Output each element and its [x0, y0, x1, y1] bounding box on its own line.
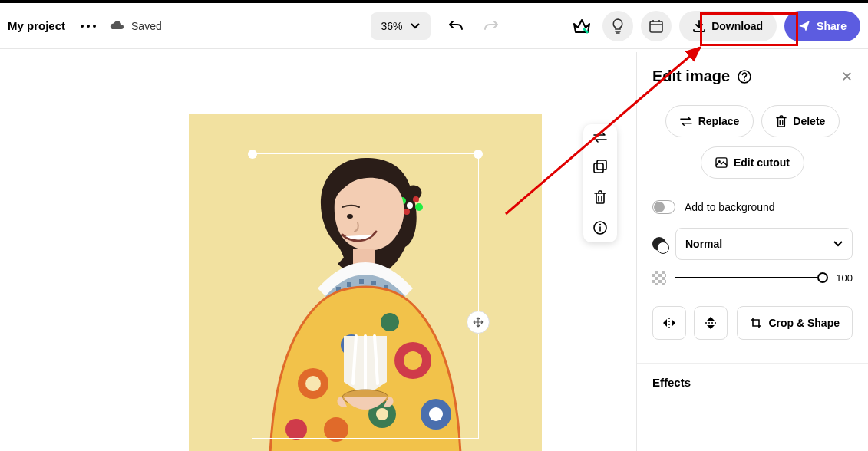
- svg-rect-36: [716, 158, 727, 167]
- canvas-area[interactable]: [0, 52, 635, 451]
- download-label: Download: [711, 20, 763, 32]
- flip-horizontal-icon: [662, 317, 676, 329]
- replace-button[interactable]: Replace: [665, 105, 754, 137]
- more-menu-button[interactable]: [81, 25, 96, 28]
- download-button[interactable]: Download: [679, 11, 777, 41]
- chevron-down-icon: [411, 23, 420, 29]
- blend-mode-icon: [652, 237, 666, 251]
- svg-point-35: [744, 79, 745, 81]
- flip-vertical-icon: [705, 316, 717, 330]
- calendar-icon: [649, 19, 663, 33]
- ideas-button[interactable]: [602, 11, 633, 41]
- zoom-value: 36%: [381, 20, 402, 32]
- move-icon: [473, 317, 484, 328]
- undo-button[interactable]: [449, 19, 464, 33]
- cloud-icon: [110, 21, 125, 31]
- resize-handle-tr[interactable]: [474, 150, 483, 159]
- replace-label: Replace: [698, 115, 740, 127]
- crop-shape-button[interactable]: Crop & Shape: [737, 306, 853, 340]
- opacity-value: 100: [833, 272, 853, 284]
- opacity-icon: [652, 271, 666, 285]
- svg-rect-0: [650, 21, 662, 32]
- add-to-background-label: Add to background: [685, 201, 775, 213]
- duplicate-button[interactable]: [593, 160, 607, 173]
- saved-label: Saved: [131, 20, 162, 32]
- swap-button[interactable]: [593, 132, 607, 143]
- edit-cutout-label: Edit cutout: [734, 156, 790, 169]
- send-icon: [798, 20, 810, 32]
- effects-section-title: Effects: [652, 376, 853, 389]
- artboard[interactable]: [189, 114, 542, 451]
- resize-handle-tl[interactable]: [248, 150, 257, 159]
- calendar-button[interactable]: [641, 11, 672, 41]
- crop-label: Crop & Shape: [768, 317, 840, 329]
- zoom-dropdown[interactable]: 36%: [370, 12, 430, 40]
- share-button[interactable]: Share: [784, 11, 860, 41]
- chevron-down-icon: [833, 241, 843, 247]
- opacity-slider[interactable]: [675, 277, 823, 278]
- delete-image-button[interactable]: Delete: [761, 105, 840, 137]
- edit-image-panel: Edit image ✕ Replace Delete Edit cutout …: [636, 52, 868, 451]
- flip-horizontal-button[interactable]: [652, 306, 686, 340]
- delete-button[interactable]: [594, 190, 606, 204]
- selection-box[interactable]: [252, 153, 479, 439]
- crop-icon: [750, 317, 762, 329]
- flip-vertical-button[interactable]: [694, 306, 728, 340]
- swap-icon: [680, 116, 692, 127]
- share-label: Share: [817, 20, 847, 32]
- image-icon: [715, 157, 728, 168]
- slider-knob[interactable]: [817, 272, 828, 283]
- top-bar: My project Saved 36%: [0, 3, 868, 49]
- svg-rect-30: [594, 163, 603, 173]
- redo-button[interactable]: [483, 19, 498, 33]
- floating-toolbar: [583, 124, 617, 242]
- svg-point-33: [599, 224, 601, 226]
- add-to-background-toggle[interactable]: [652, 200, 675, 214]
- close-panel-button[interactable]: ✕: [841, 68, 853, 85]
- panel-title: Edit image: [652, 67, 730, 85]
- info-button[interactable]: [593, 221, 607, 235]
- premium-icon[interactable]: [573, 18, 590, 34]
- trash-icon: [776, 115, 787, 127]
- divider: [637, 363, 868, 364]
- save-status: Saved: [110, 20, 162, 32]
- svg-rect-31: [597, 160, 606, 170]
- lightbulb-icon: [611, 18, 625, 34]
- blend-mode-value: Normal: [685, 238, 722, 250]
- blend-mode-select[interactable]: Normal: [675, 228, 853, 260]
- edit-cutout-button[interactable]: Edit cutout: [701, 146, 804, 179]
- delete-label: Delete: [793, 115, 825, 127]
- move-handle[interactable]: [467, 311, 490, 334]
- download-icon: [693, 20, 705, 32]
- help-icon[interactable]: [738, 70, 751, 84]
- project-title[interactable]: My project: [8, 19, 65, 32]
